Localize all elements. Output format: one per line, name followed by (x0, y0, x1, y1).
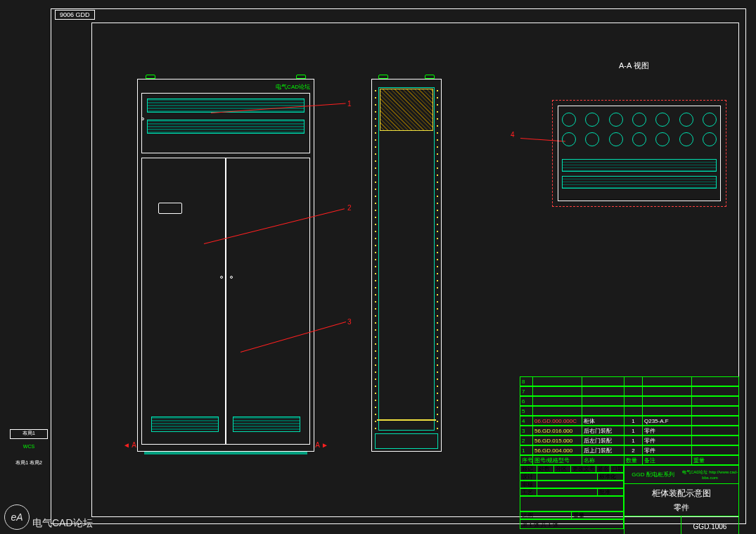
tb-cell: 比例 (520, 512, 572, 519)
drawing-title-panel: GGD 配电柜系列 电气CAD论坛 http://www.cad-bbs.com… (624, 465, 739, 534)
louver-grille (233, 417, 300, 432)
side-strip-label: 布局1 (10, 429, 48, 439)
tb-cell: 更改文号 (571, 466, 596, 472)
knockout-row (562, 113, 717, 128)
section-mark-left: ◄ A (123, 441, 136, 449)
door-split-line (226, 158, 226, 445)
watermark: eA 电气CAD论坛 (4, 504, 93, 530)
company-name: GGD 配电柜系列 (624, 471, 681, 478)
top-mesh-panel (380, 89, 433, 131)
bom-row: 256.GD.015.000后左门装配1零件 (520, 436, 739, 445)
knockout-row (562, 132, 717, 148)
tb-cell (537, 481, 623, 488)
plinth-bar (144, 450, 307, 454)
balloon-1: 1 (347, 100, 352, 108)
title-block-bottom: 标记 处数 分区 更改文号 签名 日期 设计标准化 审核 工艺批准 比例重量 第… (520, 465, 739, 534)
hinge-icon (141, 117, 144, 120)
tb-cell: 批准 (598, 489, 623, 495)
watermark-logo-icon: eA (4, 504, 30, 530)
bom-row: 6 (520, 396, 739, 406)
left-door-panel (141, 158, 226, 445)
cross-bar (377, 419, 436, 421)
section-letter: A (315, 441, 319, 449)
balloon-3: 3 (347, 318, 352, 326)
cable-knockout-icon (585, 132, 599, 146)
tb-cell: 工艺 (520, 489, 537, 495)
tb-cell (520, 497, 623, 511)
company-row: GGD 配电柜系列 电气CAD论坛 http://www.cad-bbs.com (624, 466, 738, 484)
bom-row: 406.GD.000.000C柜体1Q235-A.F (520, 416, 739, 426)
company-url: 电气CAD论坛 http://www.cad-bbs.com (681, 469, 738, 480)
mounting-rail (436, 87, 439, 431)
tb-field-row: 标记 处数 分区 更改文号 签名 日期 (520, 465, 624, 473)
bom-header-row: 序号 图号/规格型号 名称 数量 备注 重量 (520, 455, 739, 465)
nameplate (158, 203, 182, 214)
bom-header-cell: 序号 (520, 456, 533, 464)
cable-knockout-icon (632, 113, 646, 127)
bom-header-cell: 名称 (582, 456, 624, 464)
left-side-strip: 布局1 WCS 布局1 布局2 (8, 8, 49, 524)
mounting-rail (374, 87, 377, 431)
bom-row: 356.GD.016.000后右门装配1零件 (520, 426, 739, 436)
tb-cell: 签名 (596, 466, 610, 472)
upper-door-panel (141, 93, 310, 153)
tb-cell: 设计 (520, 473, 537, 480)
cable-knockout-icon (655, 132, 669, 146)
vent-slot (562, 159, 717, 172)
tb-cell: 标准化 (598, 473, 623, 480)
top-view-heading: A-A 视图 (619, 61, 649, 71)
door-handle-icon (220, 276, 223, 279)
tb-cell: 审核 (520, 481, 537, 488)
inner-frame (378, 87, 435, 431)
bom-header-cell: 数量 (624, 456, 643, 464)
louver-grille (151, 417, 219, 432)
cable-knockout-icon (632, 132, 646, 146)
side-strip-tabs: 布局1 布局2 (10, 459, 48, 469)
cable-knockout-icon (703, 132, 717, 146)
tb-cell: 第 1 张 共 1 张 (520, 520, 623, 528)
base-panel (375, 433, 438, 449)
section-letter: A (132, 441, 136, 449)
door-handle-icon (230, 276, 233, 279)
front-elevation-view: 电气CAD论坛 ◄ A A ► (137, 79, 314, 452)
tb-cell: 标记 (520, 466, 537, 472)
revision-panel: 标记 处数 分区 更改文号 签名 日期 设计标准化 审核 工艺批准 比例重量 第… (520, 465, 624, 534)
cable-knockout-icon (609, 132, 623, 146)
bom-row: 8 (520, 376, 739, 386)
tb-cell: 日期 (610, 466, 623, 472)
cable-knockout-icon (679, 113, 693, 127)
tb-cell: 重量 (572, 512, 623, 519)
balloon-2: 2 (347, 204, 352, 212)
drawing-tab-label: 9006 GDD (55, 10, 95, 20)
drawing-title: 柜体装配示意图 零件 (624, 484, 738, 516)
bom-row: 5 (520, 406, 739, 416)
cable-knockout-icon (609, 113, 623, 127)
balloon-4: 4 (511, 131, 515, 139)
drawing-number: GGD.1006 (681, 516, 738, 534)
bom-header-cell: 重量 (692, 456, 738, 464)
cable-knockout-icon (703, 113, 717, 127)
bom-header-cell: 备注 (643, 456, 692, 464)
cad-viewport[interactable]: 布局1 WCS 布局1 布局2 9006 GDD 电气CAD论坛 ◄ A A ►… (0, 0, 756, 534)
cable-knockout-icon (562, 132, 576, 146)
cad-text-label: 电气CAD论坛 (276, 83, 310, 91)
bom-header-cell: 图号/规格型号 (533, 456, 582, 464)
cable-knockout-icon (679, 132, 693, 146)
watermark-text: 电气CAD论坛 (32, 517, 93, 530)
top-section-view (552, 100, 726, 207)
bom-row: 156.GD.004.000后上门装配2零件 (520, 445, 739, 455)
side-section-view (371, 79, 442, 452)
tb-cell: 处数 (537, 466, 554, 472)
cable-knockout-icon (562, 113, 576, 127)
title-block: 8765406.GD.000.000C柜体1Q235-A.F356.GD.016… (520, 376, 739, 517)
cable-knockout-icon (585, 113, 599, 127)
side-strip-wcs: WCS (10, 443, 48, 453)
tb-cell (537, 473, 598, 480)
cable-knockout-icon (655, 113, 669, 127)
drawing-title-text: 柜体装配示意图 (652, 488, 711, 500)
bom-row: 7 (520, 386, 739, 396)
right-door-panel (226, 158, 310, 445)
tb-cell (624, 516, 681, 534)
vent-slot (562, 176, 717, 189)
tb-cell (537, 489, 598, 495)
